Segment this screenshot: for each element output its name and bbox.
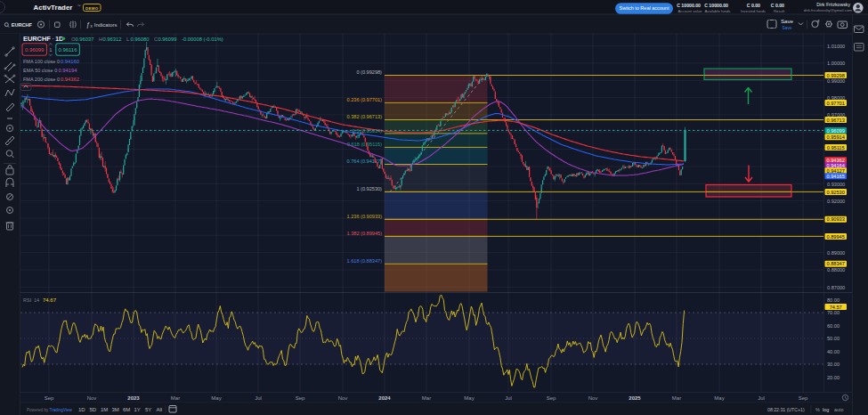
svg-text:5D: 5D — [90, 407, 97, 412]
svg-text:RSI: RSI — [23, 297, 32, 303]
svg-text:Save: Save — [783, 26, 792, 30]
svg-text:FMA 100 close 0: FMA 100 close 0 — [23, 59, 60, 64]
svg-text:Sep: Sep — [547, 395, 556, 401]
svg-text:0.99298: 0.99298 — [827, 73, 845, 78]
svg-text:TradingView: TradingView — [50, 408, 73, 412]
svg-text:80.00: 80.00 — [827, 297, 840, 303]
svg-text:5Y: 5Y — [145, 407, 151, 412]
svg-text:Nov: Nov — [338, 395, 348, 401]
svg-text:0.88347: 0.88347 — [827, 261, 845, 266]
svg-text:Result: Result — [774, 9, 785, 13]
svg-text:%: % — [815, 407, 820, 412]
svg-text:Sep: Sep — [296, 395, 305, 401]
svg-text:0.99000: 0.99000 — [827, 78, 845, 84]
svg-text:™: ™ — [77, 4, 81, 8]
svg-text:0.382 (0.96713): 0.382 (0.96713) — [347, 114, 383, 119]
svg-text:Save: Save — [781, 18, 794, 24]
svg-text:20.00: 20.00 — [827, 375, 840, 380]
svg-text:1D: 1D — [78, 407, 85, 412]
svg-text:Nov: Nov — [87, 395, 97, 401]
svg-text:C 10000.00: C 10000.00 — [677, 3, 701, 8]
svg-text:0.236 (0.97701): 0.236 (0.97701) — [347, 97, 383, 102]
svg-text:0.96713: 0.96713 — [827, 118, 845, 123]
svg-text:Indicators: Indicators — [94, 22, 118, 28]
svg-text:0.95914: 0.95914 — [827, 134, 845, 140]
svg-text:0.96080: 0.96080 — [131, 37, 150, 42]
svg-text:Nov: Nov — [588, 395, 598, 401]
svg-text:14: 14 — [34, 297, 39, 303]
svg-text:EURCHF: EURCHF — [23, 35, 51, 43]
svg-text:0.94194: 0.94194 — [59, 68, 78, 73]
svg-text:dirk.friczkovsky@gmail.com: dirk.friczkovsky@gmail.com — [804, 8, 853, 12]
svg-text:0.94165: 0.94165 — [827, 174, 845, 179]
svg-text:1.382 (0.89945): 1.382 (0.89945) — [347, 231, 383, 236]
svg-text:74.57: 74.57 — [830, 305, 842, 310]
svg-text:6M: 6M — [123, 407, 130, 412]
svg-text:3M: 3M — [112, 407, 119, 412]
svg-text:74.67: 74.67 — [43, 297, 57, 303]
svg-text:EURCHF: EURCHF — [12, 22, 33, 28]
svg-text:1 (0.92530): 1 (0.92530) — [356, 186, 382, 191]
svg-text:0 (0.99298): 0 (0.99298) — [356, 69, 382, 75]
svg-text:0.89000: 0.89000 — [827, 250, 845, 256]
svg-text:0.94160: 0.94160 — [61, 59, 79, 64]
svg-text:70.00: 70.00 — [827, 310, 840, 315]
svg-text:0.97701: 0.97701 — [827, 101, 845, 106]
svg-text:40.00: 40.00 — [827, 349, 840, 354]
svg-text:0.93000: 0.93000 — [827, 182, 845, 187]
svg-text:0.88000: 0.88000 — [827, 267, 845, 273]
svg-text:Sep: Sep — [45, 395, 54, 401]
svg-text:08:22:31 (UTC+1): 08:22:31 (UTC+1) — [767, 407, 805, 412]
svg-text:C 0.00: C 0.00 — [771, 3, 784, 8]
svg-text:2024: 2024 — [378, 395, 391, 401]
svg-text:50.00: 50.00 — [827, 336, 840, 341]
svg-text:0.89945: 0.89945 — [827, 234, 845, 240]
svg-text:1.618 (0.88347): 1.618 (0.88347) — [347, 258, 383, 264]
svg-text:C 0.00: C 0.00 — [747, 3, 760, 8]
svg-text:May: May — [211, 395, 221, 401]
svg-text:0.96099: 0.96099 — [827, 128, 845, 134]
svg-text:auto: auto — [834, 407, 844, 412]
svg-text:Available funds: Available funds — [704, 9, 730, 13]
svg-text:DEMO: DEMO — [85, 6, 99, 11]
svg-text:C 10000.00: C 10000.00 — [704, 3, 728, 8]
svg-text:Mar: Mar — [171, 395, 180, 401]
svg-text:0.96312: 0.96312 — [103, 37, 122, 42]
svg-text:1M: 1M — [101, 407, 108, 412]
svg-text:0.96099: 0.96099 — [25, 47, 44, 53]
svg-text:2025: 2025 — [629, 395, 641, 401]
svg-text:1: 1 — [50, 47, 53, 53]
svg-text:·: · — [53, 36, 54, 42]
svg-text:0.95115: 0.95115 — [827, 145, 845, 151]
svg-text:ActivTrader: ActivTrader — [34, 4, 73, 12]
svg-text:1.01000: 1.01000 — [827, 44, 845, 49]
svg-text:EMA 50 close 0: EMA 50 close 0 — [23, 68, 57, 73]
svg-text:Mar: Mar — [422, 395, 431, 401]
svg-text:0.92530: 0.92530 — [827, 190, 845, 195]
svg-text:Sep: Sep — [799, 395, 808, 401]
svg-text:0.94362: 0.94362 — [61, 77, 79, 82]
svg-text:0.96116: 0.96116 — [59, 47, 78, 53]
svg-text:Account value: Account value — [678, 9, 703, 13]
svg-text:Jul: Jul — [505, 395, 512, 401]
svg-text:0.92000: 0.92000 — [827, 199, 845, 204]
svg-text:60.00: 60.00 — [827, 323, 840, 329]
svg-text:Powered by: Powered by — [27, 408, 49, 412]
svg-text:0.96037: 0.96037 — [76, 37, 94, 42]
svg-text:FMA 200 close 0: FMA 200 close 0 — [23, 77, 60, 82]
svg-text:Switch to Real account: Switch to Real account — [620, 5, 669, 11]
svg-text:Mar: Mar — [672, 395, 681, 401]
svg-text:30.00: 30.00 — [827, 362, 840, 367]
svg-text:May: May — [714, 395, 724, 401]
svg-text:1.00000: 1.00000 — [827, 61, 845, 66]
svg-text:Jul: Jul — [255, 395, 262, 401]
svg-text:0.87000: 0.87000 — [827, 285, 845, 290]
svg-text:Invested funds: Invested funds — [741, 9, 766, 13]
svg-text:Dirk Fritzkowsky: Dirk Fritzkowsky — [816, 2, 850, 7]
svg-text:1Y: 1Y — [134, 407, 141, 412]
svg-text:Jul: Jul — [758, 395, 765, 401]
svg-text:log: log — [823, 407, 829, 412]
svg-text:2023: 2023 — [127, 395, 140, 401]
svg-text:-0.00008 (-0.01%): -0.00008 (-0.01%) — [182, 37, 223, 42]
svg-text:0.96099: 0.96099 — [158, 37, 177, 42]
